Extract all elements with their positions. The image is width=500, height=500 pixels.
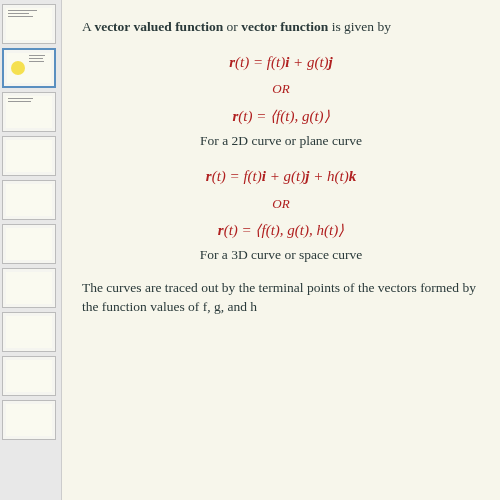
or-label: OR [82, 194, 480, 213]
caption-2d: For a 2D curve or plane curve [82, 133, 480, 149]
slide-thumbnail[interactable] [2, 136, 56, 176]
slide-thumbnail[interactable] [2, 180, 56, 220]
equation-3d-vector: r(t) = f(t)i + g(t)j + h(t)k [82, 165, 480, 188]
slide-thumbnail[interactable] [2, 268, 56, 308]
thumbnail-sidebar [0, 0, 62, 500]
slide-content: A vector valued function or vector funct… [62, 0, 500, 500]
slide-thumbnail[interactable] [2, 4, 56, 44]
equation-3d-tuple: r(t) = ⟨f(t), g(t), h(t)⟩ [82, 219, 480, 242]
caption-3d: For a 3D curve or space curve [82, 247, 480, 263]
slide-thumbnail[interactable] [2, 400, 56, 440]
slide-thumbnail[interactable] [2, 92, 56, 132]
footer-text: The curves are traced out by the termina… [82, 279, 480, 317]
equation-2d-vector: r(t) = f(t)i + g(t)j [82, 51, 480, 74]
intro-text: A vector valued function or vector funct… [82, 18, 480, 37]
slide-thumbnail[interactable] [2, 356, 56, 396]
equation-2d-tuple: r(t) = ⟨f(t), g(t)⟩ [82, 105, 480, 128]
slide-thumbnail[interactable] [2, 224, 56, 264]
or-label: OR [82, 79, 480, 98]
slide-thumbnail[interactable] [2, 312, 56, 352]
slide-thumbnail[interactable] [2, 48, 56, 88]
